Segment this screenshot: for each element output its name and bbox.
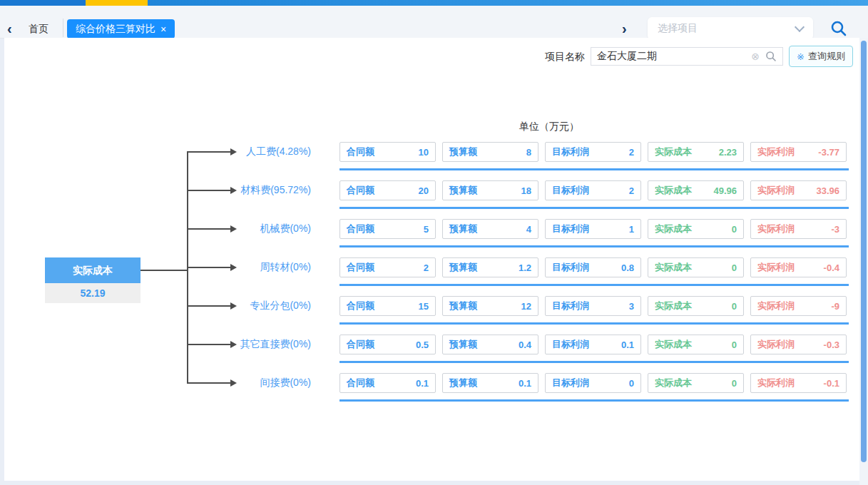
metric-box: 实际成本0 xyxy=(648,296,744,316)
metric-label: 预算额 xyxy=(449,300,477,312)
metric-value: 0.4 xyxy=(519,340,531,350)
metric-box: 实际成本0 xyxy=(648,219,744,239)
unit-label: 单位（万元） xyxy=(471,121,628,133)
metric-box: 预算额18 xyxy=(442,180,538,200)
metric-label: 预算额 xyxy=(449,146,477,158)
metric-label: 目标利润 xyxy=(552,261,589,274)
metric-box: 预算额4 xyxy=(442,219,538,239)
clear-icon[interactable]: ⊗ xyxy=(751,51,760,62)
metric-box: 实际利润-0.1 xyxy=(750,373,847,393)
metric-box: 合同额0.5 xyxy=(339,335,436,354)
cost-category-label: 周转材(0%) xyxy=(214,261,311,274)
metric-label: 实际成本 xyxy=(655,184,692,197)
metric-value: 0.1 xyxy=(519,378,531,389)
metric-box: 合同额15 xyxy=(339,296,436,316)
close-icon[interactable]: × xyxy=(160,24,166,34)
search-icon[interactable] xyxy=(830,20,847,37)
project-select-placeholder: 选择项目 xyxy=(658,22,796,35)
metric-value: 3 xyxy=(629,301,634,312)
metric-label: 实际利润 xyxy=(757,223,795,235)
input-search-icon[interactable] xyxy=(765,51,777,62)
metric-label: 目标利润 xyxy=(552,146,589,158)
metric-box: 预算额1.2 xyxy=(442,257,538,277)
metric-label: 目标利润 xyxy=(552,338,589,351)
metric-box: 目标利润1 xyxy=(545,219,641,239)
metric-box: 预算额0.1 xyxy=(442,373,538,393)
metric-label: 合同额 xyxy=(347,261,374,274)
metric-label: 预算额 xyxy=(449,377,477,389)
query-rules-button[interactable]: ※ 查询规则 xyxy=(789,46,853,67)
cost-category-label: 材料费(95.72%) xyxy=(214,184,311,197)
metric-value: 10 xyxy=(419,147,429,158)
metric-box: 合同额0.1 xyxy=(339,373,436,393)
top-progress-strip xyxy=(0,0,868,6)
metric-label: 实际成本 xyxy=(655,146,692,158)
metric-label: 预算额 xyxy=(449,223,477,235)
metric-box: 目标利润2 xyxy=(545,142,641,162)
tab-home[interactable]: 首页 xyxy=(29,23,48,36)
metric-value: 0 xyxy=(732,262,737,273)
metric-box: 目标利润2 xyxy=(545,180,641,200)
metric-value: 0.8 xyxy=(621,262,634,273)
row-underline xyxy=(339,361,849,363)
tab-active[interactable]: 综合价格三算对比 × xyxy=(67,19,175,39)
metric-label: 目标利润 xyxy=(552,184,589,197)
project-name-label: 项目名称 xyxy=(545,51,585,63)
metric-value: 2 xyxy=(629,185,634,196)
metric-label: 实际利润 xyxy=(757,146,795,158)
tab-active-label: 综合价格三算对比 xyxy=(76,23,155,36)
metric-box: 实际利润-9 xyxy=(750,296,847,316)
metric-box: 目标利润0.1 xyxy=(545,335,641,354)
tab-bar: ‹ 首页 综合价格三算对比 × › 选择项目 xyxy=(0,6,868,39)
row-underline xyxy=(339,207,849,209)
metric-box: 实际成本49.96 xyxy=(648,180,744,200)
metric-box: 实际利润33.96 xyxy=(750,180,847,200)
metric-box: 合同额10 xyxy=(339,142,436,162)
metric-value: -0.3 xyxy=(824,340,839,350)
tab-divider xyxy=(63,19,63,37)
row-underline xyxy=(339,245,849,247)
project-name-input[interactable]: 金石大厦二期 ⊗ xyxy=(591,47,783,66)
metric-value: 12 xyxy=(521,301,531,312)
metric-box: 实际利润-0.4 xyxy=(750,257,847,277)
forward-chevron-icon[interactable]: › xyxy=(622,20,627,37)
metric-box: 实际成本0 xyxy=(648,373,744,393)
cost-category-label: 其它直接费(0%) xyxy=(214,338,311,351)
rule-icon: ※ xyxy=(797,51,805,62)
metric-value: 1 xyxy=(629,224,634,235)
metric-value: 0.5 xyxy=(416,340,429,350)
metric-value: 8 xyxy=(526,147,531,158)
metric-label: 实际利润 xyxy=(757,300,795,312)
metric-label: 实际利润 xyxy=(757,261,795,274)
metric-label: 实际利润 xyxy=(757,184,795,197)
metric-label: 实际利润 xyxy=(757,377,795,389)
metric-value: 0 xyxy=(732,340,737,350)
metric-value: 1.2 xyxy=(519,262,531,273)
metric-label: 实际利润 xyxy=(757,338,795,351)
metric-box: 目标利润0 xyxy=(545,373,641,393)
metric-value: -9 xyxy=(831,301,839,312)
metric-value: -0.1 xyxy=(824,378,839,389)
cost-category-label: 人工费(4.28%) xyxy=(214,146,311,158)
metric-box: 合同额20 xyxy=(339,180,436,200)
cost-category-label: 间接费(0%) xyxy=(214,377,311,389)
metric-label: 合同额 xyxy=(347,146,374,158)
metric-label: 预算额 xyxy=(449,261,477,274)
metric-box: 合同额5 xyxy=(339,219,436,239)
metric-box: 实际成本0 xyxy=(648,257,744,277)
metric-value: 5 xyxy=(424,224,429,235)
project-select[interactable]: 选择项目 xyxy=(648,17,813,40)
metric-label: 实际成本 xyxy=(655,338,692,351)
metric-label: 实际成本 xyxy=(655,223,692,235)
metric-box: 实际利润-0.3 xyxy=(750,335,847,354)
metric-value: 0 xyxy=(732,301,737,312)
metric-box: 预算额12 xyxy=(442,296,538,316)
row-underline xyxy=(339,284,849,286)
metric-label: 实际成本 xyxy=(655,377,692,389)
back-chevron-icon[interactable]: ‹ xyxy=(7,20,12,37)
metric-label: 实际成本 xyxy=(655,300,692,312)
metric-value: 0 xyxy=(629,378,634,389)
metric-value: 33.96 xyxy=(816,185,839,196)
metric-box: 合同额2 xyxy=(339,257,436,277)
scrollbar-thumb[interactable] xyxy=(861,41,867,462)
